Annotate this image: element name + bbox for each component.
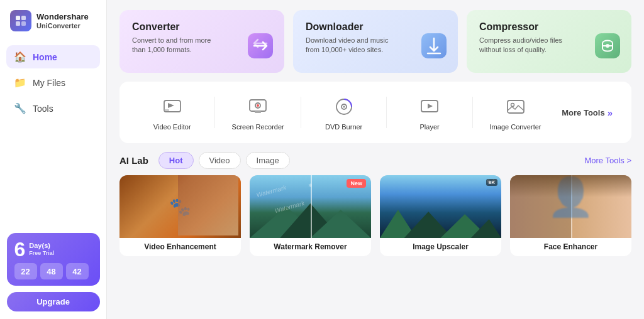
compressor-desc: Compress audio/video files without loss … (479, 36, 567, 55)
ai-card-image-upscaler[interactable]: ❄❄ 8K Image Upscaler (380, 175, 501, 256)
product-text: UniConverter (36, 22, 89, 30)
svg-rect-0 (16, 16, 20, 20)
hero-card-downloader[interactable]: Downloader Download video and music from… (293, 10, 458, 73)
home-icon: 🏠 (14, 51, 26, 63)
watermark-new-badge: New (347, 179, 366, 188)
tool-label-image-converter: Image Converter (490, 123, 541, 131)
upgrade-button[interactable]: Upgrade (7, 292, 100, 311)
downloader-desc: Download video and music from 10,000+ vi… (306, 36, 394, 55)
tool-dvd-burner[interactable]: DVD Burner (304, 90, 384, 134)
converter-icon (244, 30, 277, 68)
svg-point-20 (511, 104, 514, 107)
sidebar-item-label-tools: Tools (33, 104, 53, 114)
main-content: Converter Convert to and from more than … (107, 0, 644, 319)
svg-rect-1 (21, 16, 26, 20)
tool-player[interactable]: Player (389, 90, 469, 134)
sidebar-item-label-home: Home (33, 52, 57, 62)
tool-divider-1 (214, 97, 215, 128)
countdown-hours: 22 (14, 263, 37, 279)
svg-rect-10 (164, 109, 169, 111)
ai-lab-tabs: AI Lab Hot Video Image (119, 152, 290, 169)
converter-desc: Convert to and from more than 1,000 form… (132, 36, 220, 55)
video-enhancement-thumb: 🐾 (119, 175, 241, 238)
ai-card-face-enhancer[interactable]: 👤 Face Enhancer (510, 175, 631, 256)
trial-countdown: 22 48 42 (14, 263, 92, 279)
sidebar-item-tools[interactable]: 🔧 Tools (6, 97, 100, 120)
sidebar-bottom: 6 Day(s) Free Trial 22 48 42 Upgrade (0, 225, 106, 319)
svg-point-14 (257, 104, 259, 107)
video-enhancement-label: Video Enhancement (119, 238, 241, 256)
tool-label-player: Player (419, 123, 439, 131)
svg-rect-3 (21, 21, 26, 26)
svg-rect-12 (255, 111, 261, 113)
hero-cards: Converter Convert to and from more than … (119, 10, 631, 73)
tools-icon: 🔧 (14, 102, 26, 114)
face-enhancer-label: Face Enhancer (510, 238, 631, 256)
tool-divider-2 (301, 97, 301, 128)
sidebar-nav: 🏠 Home 📁 My Files 🔧 Tools (0, 43, 106, 225)
brand-text: Wondershare (36, 12, 89, 22)
countdown-seconds: 42 (66, 263, 89, 279)
trial-days-number: 6 (14, 239, 26, 259)
screen-recorder-icon (245, 94, 270, 119)
countdown-minutes: 48 (40, 263, 63, 279)
ai-card-watermark-remover[interactable]: ❄ Watermark Watermark New Watermark Remo… (250, 175, 371, 256)
tool-image-converter[interactable]: Image Converter (475, 90, 555, 134)
sidebar-item-label-files: My Files (33, 78, 65, 88)
tool-video-editor[interactable]: Video Editor (132, 90, 212, 134)
more-tools-icon: » (608, 107, 613, 118)
ai-more-tools-link[interactable]: More Tools > (584, 156, 631, 165)
tool-divider-3 (386, 97, 387, 128)
watermark-remover-thumb: ❄ Watermark Watermark New (250, 175, 371, 238)
player-icon (417, 94, 442, 119)
face-enhancer-thumb: 👤 (510, 175, 631, 238)
svg-rect-19 (508, 100, 524, 113)
ai-lab-header: AI Lab Hot Video Image More Tools > (119, 152, 631, 169)
trial-days-label: Day(s) Free Trial (29, 241, 54, 257)
tab-video[interactable]: Video (199, 152, 241, 169)
svg-rect-2 (16, 21, 20, 26)
ai-card-video-enhancement[interactable]: 🐾 Video Enhancement (119, 175, 241, 256)
trial-days: 6 Day(s) Free Trial (14, 239, 92, 259)
hero-card-converter[interactable]: Converter Convert to and from more than … (119, 10, 284, 73)
tab-hot[interactable]: Hot (158, 152, 194, 169)
image-upscaler-thumb: ❄❄ 8K (380, 175, 501, 238)
tools-row: Video Editor Screen Recorder (119, 82, 631, 143)
more-tools-button[interactable]: More Tools » (555, 104, 619, 122)
tool-divider-4 (472, 97, 473, 128)
tab-image[interactable]: Image (246, 152, 290, 169)
ai-cards: 🐾 Video Enhancement ❄ (119, 175, 631, 256)
tool-screen-recorder[interactable]: Screen Recorder (218, 90, 297, 134)
image-converter-icon (503, 94, 528, 119)
app-logo: Wondershare UniConverter (0, 0, 106, 43)
ai-lab-label: AI Lab (119, 155, 148, 166)
tool-label-video-editor: Video Editor (153, 123, 191, 131)
video-editor-icon (160, 94, 185, 119)
sidebar: Wondershare UniConverter 🏠 Home 📁 My Fil… (0, 0, 107, 319)
downloader-icon (418, 30, 450, 68)
sidebar-item-files[interactable]: 📁 My Files (6, 71, 100, 94)
more-tools-label: More Tools (562, 108, 604, 117)
compressor-icon (591, 30, 624, 68)
hero-card-compressor[interactable]: Compressor Compress audio/video files wi… (467, 10, 631, 73)
svg-point-17 (343, 106, 345, 108)
tool-label-dvd-burner: DVD Burner (325, 123, 362, 131)
files-icon: 📁 (14, 77, 26, 89)
tool-label-screen-recorder: Screen Recorder (232, 123, 284, 131)
dvd-burner-icon (331, 94, 357, 119)
free-trial-box: 6 Day(s) Free Trial 22 48 42 (7, 233, 100, 286)
logo-icon (10, 10, 31, 31)
image-upscaler-label: Image Upscaler (380, 238, 501, 256)
svg-point-8 (606, 44, 609, 48)
watermark-remover-label: Watermark Remover (250, 238, 371, 256)
sidebar-item-home[interactable]: 🏠 Home (6, 45, 100, 68)
